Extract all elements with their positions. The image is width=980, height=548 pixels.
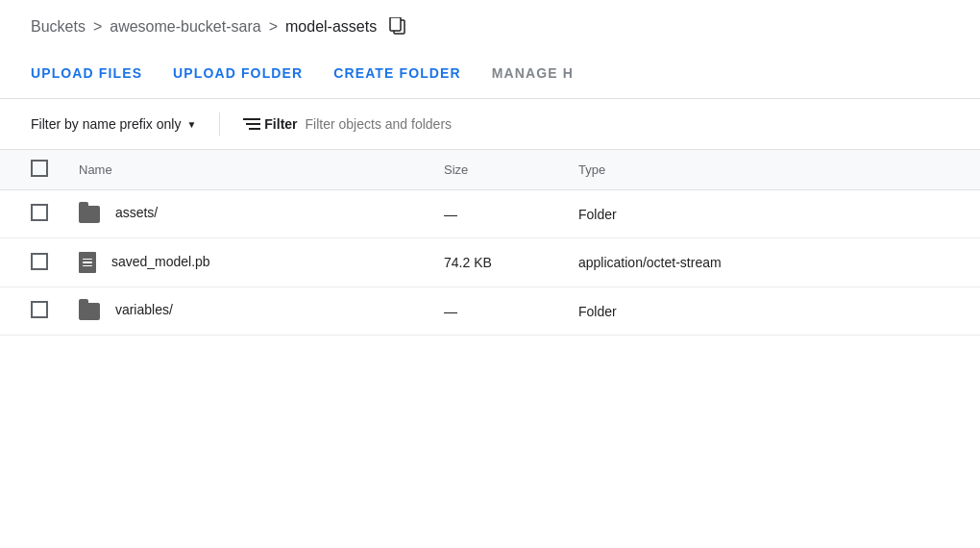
item-name: assets/ [115,205,158,220]
size-value: 74.2 KB [444,255,492,270]
table-header-checkbox [0,150,63,190]
row-checkbox[interactable] [31,253,48,270]
table-row: variables/ — Folder [0,287,980,336]
folder-icon [79,303,100,320]
breadcrumb: Buckets > awesome-bucket-sara > model-as… [0,0,980,50]
create-folder-button[interactable]: CREATE FOLDER [333,62,461,85]
filter-text-input[interactable] [306,116,555,132]
row-name-cell[interactable]: assets/ [63,190,429,238]
filter-icon[interactable]: Filter [243,116,297,132]
file-table: Name Size Type assets/ — Folder [0,150,980,336]
item-name: variables/ [115,302,173,317]
table-header-size: Size [429,150,563,190]
row-size-cell: — [429,287,563,336]
row-type-cell: Folder [563,287,980,336]
file-icon [79,252,96,273]
size-value: — [444,304,457,319]
copy-icon[interactable] [388,17,407,37]
row-size-cell: — [429,190,563,238]
breadcrumb-bucket[interactable]: awesome-bucket-sara [110,18,260,36]
size-value: — [444,207,457,222]
row-checkbox-cell [0,287,63,336]
filter-divider [219,112,220,136]
item-name: saved_model.pb [111,254,210,269]
row-size-cell: 74.2 KB [429,238,563,287]
filter-input-group: Filter [243,116,554,132]
row-type-cell: Folder [563,190,980,238]
breadcrumb-sep1: > [93,18,102,36]
breadcrumb-root[interactable]: Buckets [31,18,86,36]
table-row: saved_model.pb 74.2 KB application/octet… [0,238,980,287]
row-name-cell[interactable]: variables/ [63,287,429,336]
row-checkbox-cell [0,238,63,287]
svg-rect-1 [390,17,401,31]
header-checkbox[interactable] [31,160,48,177]
filter-dropdown-label: Filter by name prefix only [31,116,181,132]
table-header-row: Name Size Type [0,150,980,190]
breadcrumb-sep2: > [269,18,278,36]
folder-icon [79,206,100,223]
manage-h-button[interactable]: MANAGE H [492,62,574,85]
filter-dropdown[interactable]: Filter by name prefix only ▼ [31,116,196,132]
table-row: assets/ — Folder [0,190,980,238]
row-name-cell[interactable]: saved_model.pb [63,238,429,287]
upload-folder-button[interactable]: UPLOAD FOLDER [173,62,303,85]
row-checkbox-cell [0,190,63,238]
table-header-name: Name [63,150,429,190]
table-header-type: Type [563,150,980,190]
filter-button-label: Filter [264,116,297,132]
action-bar: UPLOAD FILES UPLOAD FOLDER CREATE FOLDER… [0,50,980,99]
row-checkbox[interactable] [31,301,48,318]
row-checkbox[interactable] [31,204,48,221]
upload-files-button[interactable]: UPLOAD FILES [31,62,142,85]
row-type-cell: application/octet-stream [563,238,980,287]
breadcrumb-current: model-assets [285,18,377,36]
dropdown-arrow-icon: ▼ [186,119,196,130]
filter-bar: Filter by name prefix only ▼ Filter [0,99,980,150]
